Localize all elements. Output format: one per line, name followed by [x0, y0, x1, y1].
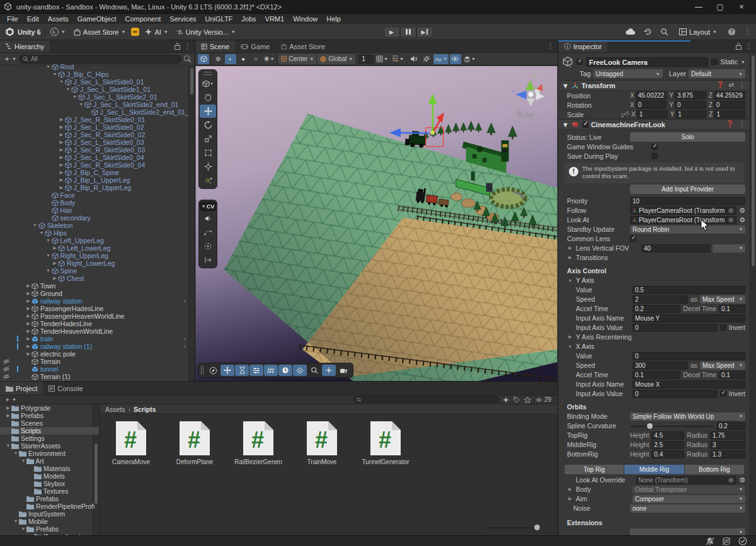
top-rig-radius-field[interactable]: 1.75 — [710, 431, 745, 440]
hierarchy-item-train[interactable]: ▶ train› — [0, 335, 188, 343]
tab-console[interactable]: Console — [43, 382, 88, 395]
cache-server-disabled-icon[interactable] — [722, 537, 731, 545]
hidden-count-badge[interactable]: 29 — [536, 396, 551, 403]
hierarchy-item-face[interactable]: Face — [0, 191, 188, 199]
hierarchy-item-j-sec-r-skirtside0-03[interactable]: ▶ J_Sec_R_SkirtSide0_03 — [0, 146, 188, 154]
hierarchy-item-j-bip-c-hips[interactable]: ▼ J_Bip_C_Hips — [0, 71, 188, 78]
project-folder-prefabs[interactable]: Prefabs — [0, 495, 99, 503]
menu-file[interactable]: File — [3, 14, 23, 24]
tab-project[interactable]: Project — [0, 382, 43, 395]
expand-arrow[interactable]: ▼ — [72, 93, 78, 101]
priority-field[interactable]: 10 — [630, 197, 745, 205]
expand-arrow[interactable]: ▶ — [59, 146, 65, 154]
zoom-overlay-button[interactable] — [307, 365, 321, 376]
expand-arrow[interactable]: ▶ — [59, 184, 65, 191]
search-by-label-icon[interactable] — [513, 397, 520, 403]
inspector-scrollbar[interactable] — [750, 54, 756, 535]
hierarchy-item-tunnel[interactable]: tunnel — [0, 365, 188, 373]
asset-trainmove[interactable]: #TrainMove — [298, 420, 346, 465]
rotate-tool[interactable] — [200, 118, 216, 132]
project-folder-renderpipelineprofi[interactable]: RenderPipelineProfi — [0, 503, 99, 510]
hierarchy-item-secondary[interactable]: secondary — [0, 214, 188, 222]
expand-arrow[interactable]: ▶ — [52, 275, 58, 282]
gameobject-name-field[interactable]: FreeLook Camera — [586, 57, 708, 67]
minimize-button[interactable]: — — [688, 0, 709, 13]
custom-tool[interactable] — [200, 174, 216, 187]
visibility-off-icon[interactable] — [3, 358, 10, 365]
cv-clamp-button[interactable] — [200, 253, 216, 266]
y-decel-field[interactable]: 0.1 — [719, 305, 745, 313]
navmesh-button[interactable] — [293, 365, 307, 376]
expand-arrow[interactable]: ▶ — [25, 350, 32, 358]
expand-arrow[interactable]: ▼ — [45, 237, 52, 244]
hierarchy-more-menu[interactable]: ⋮ — [184, 42, 191, 50]
hierarchy-item-j-sec-r-skirtside0-01[interactable]: ▶ J_Sec_R_SkirtSide0_01 — [0, 116, 188, 123]
skybox-toggle-button[interactable]: ○ — [250, 54, 261, 64]
shading-mode-button[interactable]: ◐ — [225, 54, 236, 64]
fov-mode-dropdown[interactable]: ▼ — [713, 244, 745, 253]
hierarchy-item-ground[interactable]: ▶ Ground — [0, 290, 188, 297]
layout-dropdown[interactable]: Layout▼ — [677, 27, 719, 37]
noise-dropdown[interactable]: none▼ — [630, 504, 745, 513]
hierarchy-item-skeleton[interactable]: ▼ Skeleton — [0, 222, 188, 229]
x-decel-field[interactable]: 0.1 — [719, 371, 745, 379]
y-invert-checkbox[interactable] — [720, 324, 726, 331]
project-folder-environment[interactable]: ▼ Environment — [0, 450, 99, 457]
maximize-button[interactable]: ▢ — [709, 0, 731, 13]
expand-arrow[interactable]: ▼ — [32, 222, 38, 229]
debug-draw-dropdown[interactable]: ❋▼ — [263, 54, 275, 64]
hierarchy-item-hair[interactable]: Hair — [0, 207, 188, 214]
toolbar-more-menu[interactable]: ⋮ — [744, 28, 751, 36]
expand-arrow[interactable]: ▶ — [52, 244, 58, 252]
menu-help[interactable]: Help — [322, 14, 345, 24]
position-z-field[interactable]: 44.25529 — [714, 91, 745, 100]
hierarchy-item-j-sec-l-skirtside1-01[interactable]: ▼ J_Sec_L_SkirtSide1_01 — [0, 86, 188, 93]
prefab-open-arrow[interactable]: › — [183, 343, 185, 350]
orientation-dropdown[interactable]: Global▼ — [318, 54, 355, 64]
menu-window[interactable]: Window — [289, 14, 322, 24]
project-folder-materials[interactable]: Materials — [0, 465, 99, 472]
timeline-button[interactable] — [235, 365, 249, 376]
body-dropdown[interactable]: Orbital Transposer▼ — [633, 486, 745, 494]
search-picker-icon[interactable] — [184, 55, 192, 62]
scene-viewport[interactable]: z y Iso ▼ — [195, 66, 558, 381]
fov-foldout[interactable]: ▶ — [567, 246, 573, 251]
y-input-name-field[interactable]: Mouse Y — [633, 314, 745, 322]
breadcrumb-root[interactable]: Assets — [105, 406, 125, 413]
x-speed-field[interactable]: 300 — [633, 361, 688, 370]
hierarchy-item-j-sec-l-skirtside0-04[interactable]: ▶ J_Sec_L_SkirtSide0_04 — [0, 154, 188, 161]
expand-arrow[interactable]: ▶ — [59, 139, 65, 146]
expand-arrow[interactable]: ▶ — [25, 320, 32, 327]
hierarchy-item-right-lowerleg[interactable]: ▶ Right_LowerLeg — [0, 259, 188, 267]
overlay-drag-handle[interactable] — [201, 366, 203, 375]
time-button[interactable] — [278, 365, 292, 376]
body-foldout[interactable]: ▶ — [567, 487, 573, 492]
grid-visibility-dropdown[interactable]: ▼ — [375, 54, 389, 64]
rect-tool[interactable] — [200, 146, 216, 159]
scale-x-field[interactable]: 1 — [637, 110, 668, 118]
expand-arrow[interactable]: ▼ — [13, 450, 19, 457]
snap-settings-dropdown[interactable]: ▼ — [391, 54, 405, 64]
scale-y-field[interactable]: 1 — [675, 110, 706, 118]
binding-mode-dropdown[interactable]: Simple Follow With World Up▼ — [630, 412, 745, 421]
x-accel-field[interactable]: 0.1 — [633, 371, 680, 379]
prefab-open-arrow[interactable]: › — [183, 335, 185, 343]
x-value-field[interactable]: 0 — [633, 352, 745, 360]
scale-z-field[interactable]: 1 — [714, 110, 745, 118]
expand-arrow[interactable]: ▶ — [5, 404, 11, 412]
hierarchy-item-j-bip-l-upperleg[interactable]: ▶ J_Bip_L_UpperLeg — [0, 176, 188, 184]
project-folder-starterassets[interactable]: ▼ StarterAssets — [0, 442, 99, 450]
expand-arrow[interactable]: ▶ — [25, 290, 32, 297]
component-enabled-checkbox[interactable] — [582, 122, 588, 128]
asset-deformplane[interactable]: #DeformPlane — [171, 420, 219, 465]
version-control-dropdown[interactable]: Unity Versio...▼ — [174, 27, 238, 37]
account-dropdown[interactable]: L ▼ — [48, 26, 68, 37]
position-x-field[interactable]: 45.00222 — [636, 91, 667, 100]
menu-gameobject[interactable]: GameObject — [73, 14, 121, 24]
expand-arrow[interactable]: ▶ — [25, 312, 32, 320]
close-button[interactable]: × — [731, 0, 752, 13]
visibility-off-icon[interactable] — [3, 373, 10, 380]
override-settings-gear[interactable]: ⚙ — [739, 476, 745, 484]
tab-game[interactable]: Game — [235, 40, 275, 52]
transform-tool[interactable] — [200, 160, 216, 173]
